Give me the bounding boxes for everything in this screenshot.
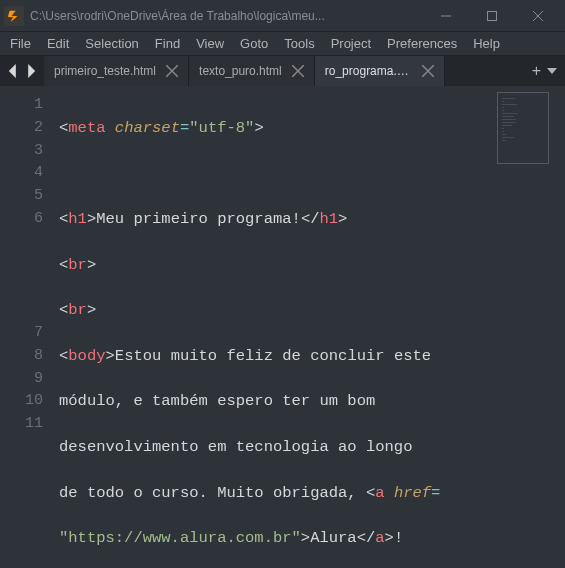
line-number: 9	[0, 368, 43, 391]
svg-marker-5	[9, 64, 16, 78]
code-line: <body>Estou muito feliz de concluir este	[59, 345, 493, 368]
tab-texto-puro[interactable]: texto_puro.html	[189, 56, 315, 86]
line-number: 7	[0, 322, 43, 345]
line-number: 5	[0, 185, 43, 208]
line-number: 8	[0, 345, 43, 368]
tab-menu-icon[interactable]	[547, 64, 557, 79]
window-title: C:\Users\rodri\OneDrive\Área de Trabalho…	[30, 9, 423, 23]
line-number: 11	[0, 413, 43, 436]
code-line: "https://www.alura.com.br">Alura</a>!	[59, 527, 493, 550]
menu-preferences[interactable]: Preferences	[379, 34, 465, 53]
menu-view[interactable]: View	[188, 34, 232, 53]
minimap-viewport: ▬ ▬▬ ▬▬▬▬▬▬ ▬▬▬▬▬▬▬▬▬▬▬▬▬▬▬▬▬▬▬▬▬▬▬▬▬▬▬▬…	[497, 92, 549, 164]
svg-marker-0	[8, 10, 18, 21]
menu-selection[interactable]: Selection	[77, 34, 146, 53]
tab-label: texto_puro.html	[199, 64, 282, 78]
close-icon[interactable]	[166, 65, 178, 77]
code-line: desenvolvimento em tecnologia ao longo	[59, 436, 493, 459]
line-number: 10	[0, 390, 43, 413]
tab-nav-forward-icon[interactable]	[24, 64, 38, 78]
menu-goto[interactable]: Goto	[232, 34, 276, 53]
menu-file[interactable]: File	[2, 34, 39, 53]
tab-nav-back-icon[interactable]	[6, 64, 20, 78]
window-controls	[423, 0, 561, 32]
line-number	[0, 231, 43, 254]
menu-help[interactable]: Help	[465, 34, 508, 53]
close-button[interactable]	[515, 0, 561, 32]
menu-edit[interactable]: Edit	[39, 34, 77, 53]
titlebar: C:\Users\rodri\OneDrive\Área de Trabalho…	[0, 0, 565, 32]
maximize-button[interactable]	[469, 0, 515, 32]
tab-spacer	[445, 56, 524, 86]
tab-controls: +	[524, 56, 565, 86]
minimize-button[interactable]	[423, 0, 469, 32]
tab-nav-arrows	[0, 56, 44, 86]
tab-primeiro-teste[interactable]: primeiro_teste.html	[44, 56, 189, 86]
code-line: módulo, e também espero ter um bom	[59, 390, 493, 413]
line-number: 6	[0, 208, 43, 231]
vertical-scrollbar[interactable]	[553, 86, 565, 568]
menu-project[interactable]: Project	[323, 34, 379, 53]
tab-ro-programa[interactable]: ro_programa.html	[315, 56, 445, 86]
menubar: File Edit Selection Find View Goto Tools…	[0, 32, 565, 56]
code-line: <br>	[59, 299, 493, 322]
gutter: 1 2 3 4 5 6 7 8 9 10 11	[0, 86, 55, 568]
line-number: 4	[0, 162, 43, 185]
code-line: <meta charset="utf-8">	[59, 117, 493, 140]
line-number: 1	[0, 94, 43, 117]
code-line	[59, 162, 493, 185]
line-number: 2	[0, 117, 43, 140]
line-number	[0, 276, 43, 299]
line-number: 3	[0, 140, 43, 163]
svg-rect-2	[488, 11, 497, 20]
menu-find[interactable]: Find	[147, 34, 188, 53]
svg-marker-13	[547, 68, 557, 74]
code-line: de todo o curso. Muito obrigada, <a href…	[59, 482, 493, 505]
minimap[interactable]: ▬ ▬▬ ▬▬▬▬▬▬ ▬▬▬▬▬▬▬▬▬▬▬▬▬▬▬▬▬▬▬▬▬▬▬▬▬▬▬▬…	[493, 86, 553, 568]
svg-marker-6	[28, 64, 35, 78]
code-area[interactable]: <meta charset="utf-8"> <h1>Meu primeiro …	[55, 86, 493, 568]
close-icon[interactable]	[292, 65, 304, 77]
app-icon	[4, 6, 24, 26]
new-tab-button[interactable]: +	[532, 63, 541, 79]
tab-label: ro_programa.html	[325, 64, 412, 78]
editor: 1 2 3 4 5 6 7 8 9 10 11 <meta charset="u…	[0, 86, 565, 568]
tab-label: primeiro_teste.html	[54, 64, 156, 78]
code-line: <br>	[59, 254, 493, 277]
code-line: <h1>Meu primeiro programa!</h1>	[59, 208, 493, 231]
line-number	[0, 299, 43, 322]
line-number	[0, 254, 43, 277]
close-icon[interactable]	[422, 65, 434, 77]
menu-tools[interactable]: Tools	[276, 34, 322, 53]
tabstrip: primeiro_teste.html texto_puro.html ro_p…	[0, 56, 565, 86]
